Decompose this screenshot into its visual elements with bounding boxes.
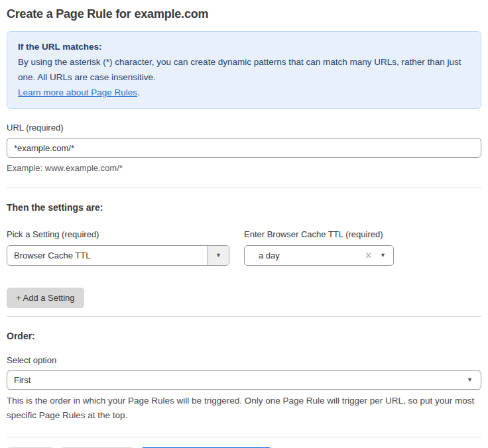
settings-section-heading: Then the settings are: (7, 202, 481, 213)
ttl-picker-value: a day (252, 251, 357, 260)
chevron-down-icon: ▼ (380, 252, 386, 258)
url-input[interactable] (7, 138, 481, 158)
order-section-heading: Order: (7, 331, 481, 341)
divider (7, 437, 481, 437)
settings-row: Pick a Setting (required) Browser Cache … (7, 229, 481, 266)
info-box-heading: If the URL matches: (18, 39, 470, 54)
divider (7, 316, 481, 317)
setting-picker-label: Pick a Setting (required) (7, 229, 229, 239)
create-page-rule-form: Create a Page Rule for example.com If th… (0, 0, 488, 448)
info-box-body: By using the asterisk (*) character, you… (18, 54, 470, 85)
chevron-down-icon: ▼ (467, 377, 473, 383)
setting-picker-arrow-section[interactable]: ▼ (208, 246, 229, 265)
learn-more-link[interactable]: Learn more about Page Rules (18, 87, 137, 97)
ttl-picker-dropdown[interactable]: a day ✕ ▼ (244, 245, 394, 266)
order-select-label: Select option (7, 355, 481, 365)
order-select-dropdown[interactable]: First ▼ (7, 370, 481, 390)
clear-icon[interactable]: ✕ (365, 251, 372, 260)
info-box-link-line: Learn more about Page Rules. (18, 85, 470, 100)
url-example-help: Example: www.example.com/* (7, 163, 481, 173)
ttl-picker-label: Enter Browser Cache TTL (required) (244, 229, 394, 239)
url-match-info-box: If the URL matches: By using the asteris… (7, 31, 481, 109)
url-field-label: URL (required) (7, 123, 481, 133)
order-select-value: First (14, 375, 467, 385)
ttl-picker-group: Enter Browser Cache TTL (required) a day… (244, 229, 394, 266)
order-help-text: This is the order in which your Page Rul… (7, 394, 481, 423)
setting-picker-dropdown[interactable]: Browser Cache TTL ▼ (7, 245, 229, 266)
page-title: Create a Page Rule for example.com (7, 0, 481, 21)
add-setting-button[interactable]: + Add a Setting (7, 288, 84, 308)
chevron-down-icon: ▼ (215, 252, 221, 258)
link-period: . (137, 87, 140, 97)
setting-picker-group: Pick a Setting (required) Browser Cache … (7, 229, 229, 266)
divider (7, 188, 481, 188)
setting-picker-value: Browser Cache TTL (7, 251, 208, 260)
